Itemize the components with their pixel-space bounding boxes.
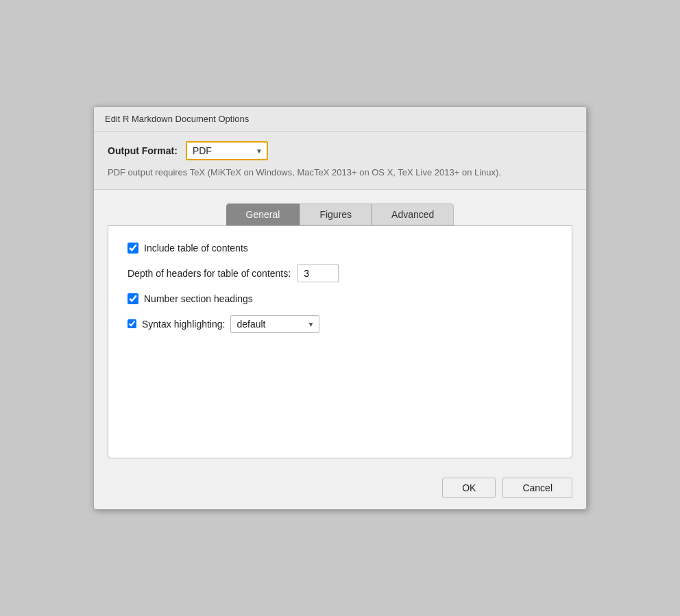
syntax-highlighting-checkbox[interactable]	[127, 319, 136, 328]
syntax-select[interactable]: default tango pygments kate monochrome e…	[230, 315, 319, 333]
depth-row: Depth of headers for table of contents:	[127, 264, 552, 282]
dialog-title-text: Edit R Markdown Document Options	[105, 114, 249, 124]
include-toc-label[interactable]: Include table of contents	[127, 243, 248, 254]
ok-button[interactable]: OK	[442, 478, 496, 498]
syntax-highlighting-row: Syntax highlighting: default tango pygme…	[127, 315, 552, 333]
cancel-button[interactable]: Cancel	[502, 478, 572, 498]
number-sections-row: Number section headings	[127, 293, 552, 304]
tab-panel-general: Include table of contents Depth of heade…	[108, 225, 572, 458]
tab-general[interactable]: General	[226, 204, 300, 225]
output-format-row: Output Format: PDF HTML Word ▼	[108, 141, 572, 160]
syntax-highlighting-label: Syntax highlighting:	[142, 319, 225, 330]
output-format-section: Output Format: PDF HTML Word ▼ PDF outpu…	[94, 132, 586, 190]
tab-advanced[interactable]: Advanced	[372, 204, 454, 225]
include-toc-checkbox[interactable]	[127, 243, 138, 254]
output-format-select[interactable]: PDF HTML Word	[186, 141, 268, 160]
dialog-footer: OK Cancel	[94, 469, 586, 509]
depth-input[interactable]	[298, 264, 339, 282]
output-format-note: PDF output requires TeX (MiKTeX on Windo…	[108, 166, 572, 180]
output-format-label: Output Format:	[108, 145, 178, 156]
format-select-wrapper: PDF HTML Word ▼	[186, 141, 268, 160]
dialog-title: Edit R Markdown Document Options	[94, 107, 586, 132]
dialog: Edit R Markdown Document Options Output …	[93, 106, 587, 510]
tab-figures[interactable]: Figures	[300, 204, 372, 225]
depth-label: Depth of headers for table of contents:	[127, 268, 291, 279]
tabs-bar: General Figures Advanced	[108, 204, 572, 225]
number-sections-checkbox[interactable]	[127, 293, 138, 304]
number-sections-label[interactable]: Number section headings	[127, 293, 253, 304]
syntax-select-wrapper: default tango pygments kate monochrome e…	[230, 315, 319, 333]
tabs-content-area: General Figures Advanced Include table o…	[94, 190, 586, 469]
include-toc-row: Include table of contents	[127, 243, 552, 254]
